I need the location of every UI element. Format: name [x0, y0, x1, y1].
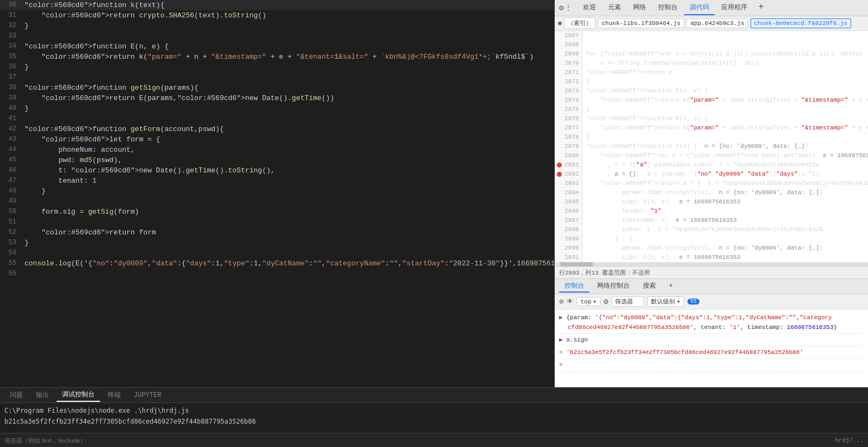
main-container: 30"color:#569cd6">function k(text){31 "c… [0, 0, 868, 447]
code-line: 36} [0, 62, 554, 72]
bottom-panel: 问题 输出 调试控制台 终端 JUPYTER C:\Program Files\… [0, 387, 868, 447]
source-code-line: e += String.fromCharCode(parseInt(n[t], … [586, 59, 865, 68]
code-line: 54 [0, 248, 554, 258]
console-level-label: 默认级别 [651, 297, 675, 306]
console-top-selector[interactable]: top ▾ [576, 297, 600, 306]
console-block-icon[interactable]: ⊘ [559, 297, 563, 306]
source-code-line: "color:#0000ff">var e = ("color:#0000ff"… [586, 151, 865, 160]
filter-input[interactable] [4, 437, 835, 444]
source-code-line: } [586, 133, 865, 142]
source-line-number: 2889 [558, 234, 579, 244]
console-top-arrow-icon: ▾ [593, 298, 597, 305]
source-code-line: , a = {}; a = {param: '{"no":"dy0009","d… [586, 170, 865, 179]
console-section: 控制台 网络控制台 搜索 + ⊘ 👁 top ▾ ⚙ [555, 278, 868, 387]
devtools-settings-icon[interactable]: ⚙ [559, 3, 563, 13]
code-content: 30"color:#569cd6">function k(text){31 "c… [0, 0, 554, 387]
source-line-number: 2891 [558, 253, 579, 262]
source-code-line: timestamp: e, e = 1669875616353 [586, 216, 865, 225]
source-file-tab-libs[interactable]: chunk-libs.1f3b0464.js [598, 18, 684, 28]
source-status-text: 行2893，列13 覆盖范围：不适用 [559, 269, 650, 277]
source-code-line: } [586, 77, 865, 86]
source-code-line: token: t t = "OpqHUDy9nTkJG6HK3em4bZwh6b… [586, 225, 865, 234]
source-code-line: , t = l["a"].globalData.token t = "OpqHU… [586, 160, 865, 170]
code-line: 39 "color:#569cd6">return E(params,"colo… [0, 93, 554, 103]
source-back-icon[interactable]: ◉ [558, 19, 562, 27]
console-settings-icon[interactable]: ⚙ [604, 297, 608, 306]
console-filter-input-btn[interactable]: 筛选器 [611, 296, 644, 307]
source-line-number: 2883 [558, 179, 579, 188]
console-level-arrow-icon: ▾ [677, 298, 680, 305]
devtools-more-icon[interactable]: ⋮ [565, 3, 572, 13]
source-code-line: "color:#0000ff">return a ? { t = "OpqHUD… [586, 179, 865, 188]
source-line-number: 2868 [558, 40, 579, 49]
source-line-number: 2881 [558, 160, 579, 170]
source-code-line: for ("color:#0000ff">var n = Object(sl`a… [586, 49, 865, 59]
source-line-number: 2880 [558, 151, 579, 160]
source-line-numbers: 2867286828692870287128722873287428752876… [555, 31, 582, 262]
console-entry: ▶ a.sign [559, 334, 864, 346]
source-line-number: 2886 [558, 207, 579, 216]
tab-add[interactable]: + [754, 2, 768, 13]
source-code-line: "color:#0000ff">function E(n, e) { [586, 86, 865, 96]
source-line-number: 2871 [558, 68, 579, 77]
code-line: 51 [0, 217, 554, 227]
source-line-number: 2887 [558, 216, 579, 225]
console-level-selector[interactable]: 默认级别 ▾ [647, 296, 684, 307]
code-line: 38"color:#569cd6">function getSign(param… [0, 83, 554, 93]
console-filter-label: 筛选器 [615, 297, 633, 306]
tab-elements[interactable]: 元素 [603, 1, 627, 15]
console-tab-network[interactable]: 网络控制台 [592, 280, 635, 293]
code-line: 44 phoneNum: account, [0, 145, 554, 155]
code-line: 53} [0, 238, 554, 248]
bottom-tab-terminal[interactable]: 终端 [102, 389, 126, 401]
code-line: 47 tenant: 1 [0, 176, 554, 186]
filter-input-area: hrdj/... [0, 433, 868, 447]
code-line: 31 "color:#569cd6">return crypto.SHA256(… [0, 10, 554, 21]
code-line: 52 "color:#569cd6">return form [0, 227, 554, 238]
tab-sources[interactable]: 源代码 [684, 1, 715, 15]
code-line: 43 "color:#569cd6">let form = { [0, 134, 554, 145]
source-line-number: 2873 [558, 86, 579, 96]
source-line-number: 2867 [558, 31, 579, 40]
source-file-tab-chunk[interactable]: chunk-0e0ececd.f98229f6.js [751, 18, 852, 28]
source-section: 2867286828692870287128722873287428752876… [555, 31, 868, 278]
console-eye-icon[interactable]: 👁 [567, 297, 573, 306]
source-line-number: 2872 [558, 77, 579, 86]
console-entry: ▶ {param: '{"no":"dy0009","data":{"days"… [559, 312, 864, 334]
source-code-content: for ("color:#0000ff">var n = Object(sl`a… [582, 31, 868, 262]
console-tab-console[interactable]: 控制台 [559, 280, 590, 293]
source-file-tab-index[interactable]: （索引） [564, 17, 596, 29]
source-line-number: 2890 [558, 244, 579, 253]
code-line: 55console.log(E('{"no":"dy0009","data":{… [0, 258, 554, 269]
console-expand-arrow[interactable]: ▶ [559, 314, 563, 321]
editor-area: 30"color:#569cd6">function k(text){31 "c… [0, 0, 868, 387]
bottom-line: b21c5a3e5f2fcfb23ff34e2ff7305bcfd86ced46… [4, 416, 864, 427]
bottom-tab-debug[interactable]: 调试控制台 [57, 388, 100, 402]
bottom-tab-jupyter[interactable]: JUPYTER [128, 390, 166, 401]
tab-welcome[interactable]: 欢迎 [578, 1, 602, 15]
tab-application[interactable]: 应用程序 [716, 1, 753, 15]
source-line-number: 2885 [558, 197, 579, 207]
console-output: ▶ {param: '{"no":"dy0009","data":{"days"… [555, 309, 868, 387]
source-code-line: "color:#0000ff">function R(n, e) { [586, 114, 865, 123]
bottom-tab-issues[interactable]: 问题 [4, 389, 28, 401]
source-line-number: 2882 [558, 170, 579, 179]
console-tab-search[interactable]: 搜索 [637, 280, 661, 293]
horizontal-scrollbar[interactable] [555, 262, 868, 266]
source-line-number: 2879 [558, 142, 579, 151]
source-line-number: 2875 [558, 105, 579, 114]
tab-console[interactable]: 控制台 [653, 1, 683, 15]
bottom-tab-output[interactable]: 输出 [30, 389, 54, 401]
console-arrow: > [559, 362, 563, 368]
source-code-line: param: JSON.stringify(n), n = {no: 'dy00… [586, 188, 865, 197]
tab-network[interactable]: 网络 [628, 1, 652, 15]
code-line: 33 [0, 31, 554, 41]
console-expand-arrow[interactable]: ▶ [559, 337, 563, 343]
console-tab-add[interactable]: + [664, 281, 678, 292]
code-line: 50 form.sig = getSig(form) [0, 207, 554, 217]
console-tabs: 控制台 网络控制台 搜索 + [555, 279, 868, 294]
source-line-number: 2869 [558, 49, 579, 59]
source-file-tab-app[interactable]: app.6424b9c3.js [686, 18, 748, 28]
code-line: 34"color:#569cd6">function E(n, e) { [0, 41, 554, 52]
source-line-number: 2878 [558, 133, 579, 142]
